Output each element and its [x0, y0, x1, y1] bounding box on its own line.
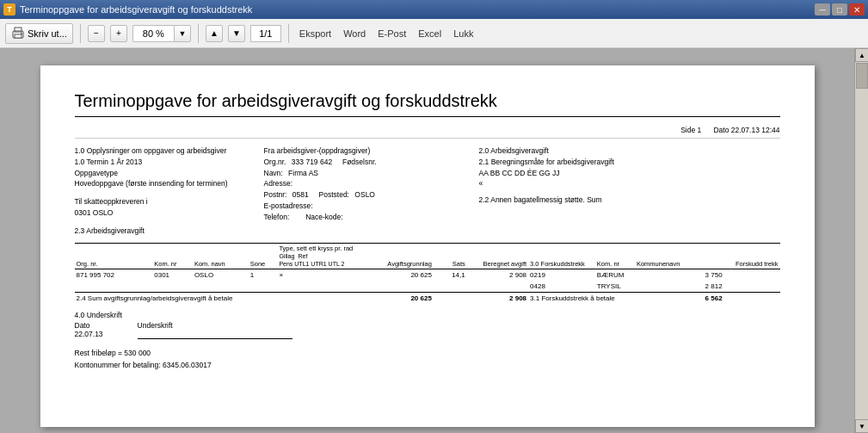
th-fskdd-trekk: Forskudd trekk: [724, 244, 780, 269]
zoom-input[interactable]: [132, 25, 174, 42]
svg-rect-2: [15, 34, 22, 38]
zoom-in-button[interactable]: +: [110, 25, 127, 42]
th-avgift: Avgiftsgrunnlag: [366, 244, 434, 269]
mid-column: Fra arbeidsgiver-(oppdragsgiver) Org.nr.…: [264, 145, 479, 236]
nace-l: Nace-kode:: [305, 213, 342, 221]
section-23-label: 2.3 Arbeidsgiveravgift: [75, 226, 264, 237]
section-10-label: 1.0 Opplysninger om oppgaver og arbeidsg…: [75, 145, 264, 157]
document-page: Terminoppgave for arbeidsgiveravgift og …: [40, 65, 815, 427]
separator3: [288, 24, 289, 43]
koder-label: AA BB CC DD ÉE GG JJ: [479, 168, 780, 179]
epost-line: E-postadresse:: [264, 201, 479, 212]
postnr-v: 0581: [292, 190, 309, 199]
th-beregnet: Beregnet avgift: [467, 244, 528, 269]
data-table-section: Org. nr. Kom. nr Kom. navn Sone Type, se…: [75, 243, 780, 304]
telefon-line: Telefon: Nace-kode:: [264, 212, 479, 223]
row1-orgnr: 871 995 702: [75, 269, 153, 281]
row1-fskdd2-komnr: 0428: [528, 281, 595, 293]
epost-button[interactable]: E-Post: [374, 27, 409, 40]
meta-dato: Dato 22.07.13 12:44: [713, 126, 779, 134]
fskdd-sum-value: 6 562: [635, 293, 724, 305]
title-bar-controls[interactable]: ─ □ ✕: [815, 3, 865, 15]
print-button[interactable]: Skriv ut...: [5, 23, 73, 44]
underskrift-field: Underskrift: [138, 321, 292, 339]
prev-page-button[interactable]: ▲: [206, 25, 223, 42]
lukk-button[interactable]: Lukk: [450, 27, 477, 40]
navn-l: Navn:: [264, 169, 283, 177]
sign-line: [138, 338, 292, 339]
section-40-label: 4.0 Underskrift: [75, 311, 292, 319]
main-table: Org. nr. Kom. nr Kom. navn Sone Type, se…: [75, 244, 780, 304]
minimize-button[interactable]: ─: [815, 3, 830, 15]
epost-l: E-postadresse:: [264, 201, 313, 210]
fskdd-sum-label: 3.1 Forskuddstrekk å betale: [528, 293, 635, 305]
scroll-track: [855, 62, 868, 419]
adresse-line: Adresse:: [264, 178, 479, 189]
th-type: Type, sett ett kryss pr. rad Gillag Ref …: [277, 244, 366, 269]
orgnr-v: 333 719 642: [292, 158, 332, 166]
table-row: 871 995 702 0301 OSLO 1 × 20 625 14,1 2 …: [75, 269, 780, 281]
konto-label: Kontonummer for betaling: 6345.06.03017: [75, 360, 780, 372]
th-fskdd-komnavn: Kommunenavn: [635, 244, 724, 269]
row1-fskdd1-komnr: 0219: [528, 269, 595, 281]
excel-button[interactable]: Excel: [415, 27, 445, 40]
telefon-l: Telefon:: [264, 213, 290, 221]
sum-label: 2.4 Sum avgiftsgrunnlag/arbeidsgiveravgi…: [75, 293, 278, 305]
postnr-l: Postnr:: [264, 190, 287, 199]
oppgavetype-label: Oppgavetype: [75, 168, 264, 179]
section-20-label: 2.0 Arbeidsgiveravgift: [479, 145, 780, 157]
doc-title: Terminoppgave for arbeidsgiveravgift og …: [75, 91, 780, 117]
maximize-button[interactable]: □: [832, 3, 847, 15]
th-fskdd-komnr: Kom. nr: [595, 244, 635, 269]
sum-beregnet: 2 908: [467, 293, 528, 305]
scroll-up-button[interactable]: ▲: [855, 48, 868, 62]
underskrift-label: Underskrift: [138, 321, 292, 330]
export-button[interactable]: Eksport: [296, 27, 335, 40]
zoom-dropdown[interactable]: ▼: [174, 25, 191, 42]
adresse-label: 0301 OSLO: [75, 207, 264, 219]
scroll-thumb[interactable]: [856, 63, 868, 89]
row1-kryss: ×: [277, 269, 366, 281]
page-input[interactable]: [250, 25, 281, 42]
row1-fskdd2-navn: TRYSIL: [595, 281, 635, 293]
toolbar: Skriv ut... − + ▼ ▲ ▼ Eksport Word E-Pos…: [0, 19, 868, 48]
orgnr-l: Org.nr.: [264, 158, 286, 166]
th-sone: Sone: [249, 244, 278, 269]
row1-avgift: 20 625: [366, 269, 434, 281]
th-komnavn: Kom. navn: [193, 244, 249, 269]
title-bar: T Terminoppgave for arbeidsgiveravgift o…: [0, 0, 868, 19]
scroll-down-button[interactable]: ▼: [855, 419, 868, 433]
th-section30: 3.0 Forskuddstrekk: [528, 244, 595, 269]
window-title: Terminoppgave for arbeidsgiveravgift og …: [20, 4, 252, 15]
content-area: Terminoppgave for arbeidsgiveravgift og …: [0, 48, 868, 433]
orgnr-line: Org.nr. 333 719 642 Fødselsnr.: [264, 157, 479, 168]
doc-info-section: 1.0 Opplysninger om oppgaver og arbeidsg…: [75, 145, 780, 236]
close-button[interactable]: ✕: [849, 3, 865, 15]
dato-field: Dato 22.07.13: [75, 321, 103, 339]
section-22-label: 2.2 Annen bagatellmessig støtte. Sum: [479, 195, 780, 206]
summary-row: 2.4 Sum avgiftsgrunnlag/arbeidsgiveravgi…: [75, 293, 780, 305]
table-row-2: 0428 TRYSIL 2 812: [75, 281, 780, 293]
row1-fskdd1-navn: BÆRUM: [595, 269, 635, 281]
fodsel-l: Fødselsnr.: [342, 158, 377, 166]
row1-beregnet: 2 908: [467, 269, 528, 281]
bottom-section: 4.0 Underskrift Dato 22.07.13 Underskrif…: [75, 311, 780, 339]
sign-fields: Dato 22.07.13 Underskrift: [75, 321, 292, 339]
meta-side: Side 1: [680, 126, 701, 134]
navn-v: Firma AS: [288, 169, 318, 177]
next-page-button[interactable]: ▼: [228, 25, 245, 42]
scrollbar[interactable]: ▲ ▼: [854, 48, 868, 433]
skatteoppkrever-label: Til skatteoppkreveren i: [75, 196, 264, 207]
koder2-label: «: [479, 178, 780, 189]
th-orgnr: Org. nr.: [75, 244, 153, 269]
print-label: Skriv ut...: [28, 28, 67, 39]
th-sats: Sats: [434, 244, 467, 269]
printer-icon: [11, 27, 25, 40]
word-button[interactable]: Word: [340, 27, 369, 40]
dato-value: 22.07.13: [75, 330, 103, 338]
zoom-out-button[interactable]: −: [88, 25, 105, 42]
right-column: 2.0 Arbeidsgiveravgift 2.1 Beregningsmåt…: [479, 145, 780, 236]
row1-fskdd2-bel: 2 812: [635, 281, 724, 293]
table-header-row: Org. nr. Kom. nr Kom. navn Sone Type, se…: [75, 244, 780, 269]
row1-komnr: 0301: [152, 269, 193, 281]
